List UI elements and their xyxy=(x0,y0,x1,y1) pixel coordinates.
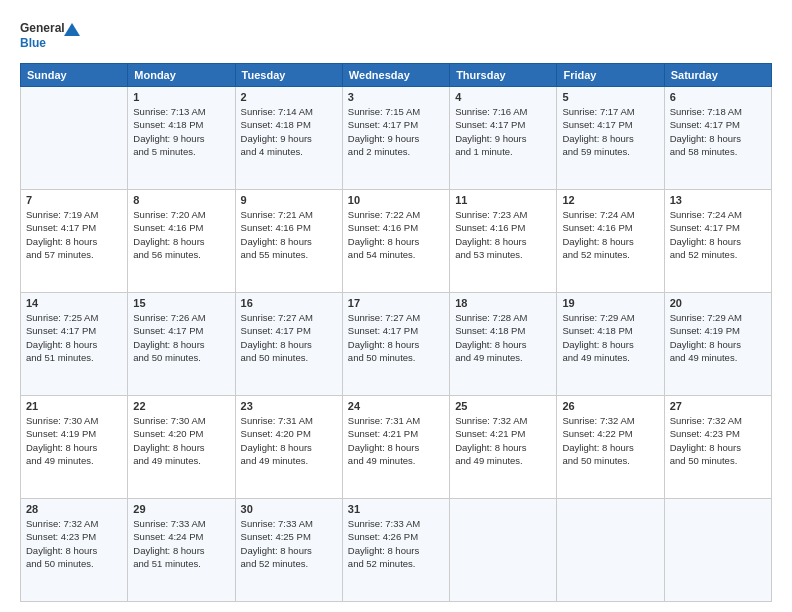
day-number: 14 xyxy=(26,297,122,309)
calendar-cell: 24Sunrise: 7:31 AMSunset: 4:21 PMDayligh… xyxy=(342,396,449,499)
weekday-header-wednesday: Wednesday xyxy=(342,64,449,87)
calendar-cell xyxy=(21,87,128,190)
day-number: 23 xyxy=(241,400,337,412)
logo: General Blue xyxy=(20,18,80,53)
day-number: 9 xyxy=(241,194,337,206)
day-info: Sunrise: 7:18 AMSunset: 4:17 PMDaylight:… xyxy=(670,105,766,158)
calendar-cell: 3Sunrise: 7:15 AMSunset: 4:17 PMDaylight… xyxy=(342,87,449,190)
svg-text:General: General xyxy=(20,21,65,35)
day-info: Sunrise: 7:25 AMSunset: 4:17 PMDaylight:… xyxy=(26,311,122,364)
day-info: Sunrise: 7:17 AMSunset: 4:17 PMDaylight:… xyxy=(562,105,658,158)
calendar-cell: 6Sunrise: 7:18 AMSunset: 4:17 PMDaylight… xyxy=(664,87,771,190)
calendar-cell: 20Sunrise: 7:29 AMSunset: 4:19 PMDayligh… xyxy=(664,293,771,396)
calendar-cell: 18Sunrise: 7:28 AMSunset: 4:18 PMDayligh… xyxy=(450,293,557,396)
day-number: 18 xyxy=(455,297,551,309)
day-info: Sunrise: 7:33 AMSunset: 4:25 PMDaylight:… xyxy=(241,517,337,570)
page: General Blue SundayMondayTuesdayWednesda… xyxy=(0,0,792,612)
calendar-cell: 26Sunrise: 7:32 AMSunset: 4:22 PMDayligh… xyxy=(557,396,664,499)
calendar-week-3: 14Sunrise: 7:25 AMSunset: 4:17 PMDayligh… xyxy=(21,293,772,396)
day-number: 22 xyxy=(133,400,229,412)
calendar-cell: 2Sunrise: 7:14 AMSunset: 4:18 PMDaylight… xyxy=(235,87,342,190)
calendar-cell: 13Sunrise: 7:24 AMSunset: 4:17 PMDayligh… xyxy=(664,190,771,293)
calendar-cell xyxy=(664,499,771,602)
day-number: 26 xyxy=(562,400,658,412)
weekday-header-monday: Monday xyxy=(128,64,235,87)
day-info: Sunrise: 7:26 AMSunset: 4:17 PMDaylight:… xyxy=(133,311,229,364)
calendar-cell: 17Sunrise: 7:27 AMSunset: 4:17 PMDayligh… xyxy=(342,293,449,396)
header: General Blue xyxy=(20,18,772,53)
day-info: Sunrise: 7:16 AMSunset: 4:17 PMDaylight:… xyxy=(455,105,551,158)
calendar-cell: 22Sunrise: 7:30 AMSunset: 4:20 PMDayligh… xyxy=(128,396,235,499)
calendar-cell: 21Sunrise: 7:30 AMSunset: 4:19 PMDayligh… xyxy=(21,396,128,499)
day-info: Sunrise: 7:22 AMSunset: 4:16 PMDaylight:… xyxy=(348,208,444,261)
day-number: 25 xyxy=(455,400,551,412)
day-info: Sunrise: 7:20 AMSunset: 4:16 PMDaylight:… xyxy=(133,208,229,261)
day-info: Sunrise: 7:32 AMSunset: 4:21 PMDaylight:… xyxy=(455,414,551,467)
day-number: 31 xyxy=(348,503,444,515)
calendar-cell: 19Sunrise: 7:29 AMSunset: 4:18 PMDayligh… xyxy=(557,293,664,396)
day-info: Sunrise: 7:29 AMSunset: 4:18 PMDaylight:… xyxy=(562,311,658,364)
day-info: Sunrise: 7:33 AMSunset: 4:26 PMDaylight:… xyxy=(348,517,444,570)
weekday-header-tuesday: Tuesday xyxy=(235,64,342,87)
calendar-week-5: 28Sunrise: 7:32 AMSunset: 4:23 PMDayligh… xyxy=(21,499,772,602)
day-number: 15 xyxy=(133,297,229,309)
day-info: Sunrise: 7:13 AMSunset: 4:18 PMDaylight:… xyxy=(133,105,229,158)
day-number: 27 xyxy=(670,400,766,412)
day-info: Sunrise: 7:30 AMSunset: 4:19 PMDaylight:… xyxy=(26,414,122,467)
day-info: Sunrise: 7:33 AMSunset: 4:24 PMDaylight:… xyxy=(133,517,229,570)
calendar-cell: 10Sunrise: 7:22 AMSunset: 4:16 PMDayligh… xyxy=(342,190,449,293)
logo-svg: General Blue xyxy=(20,18,80,53)
calendar-cell: 15Sunrise: 7:26 AMSunset: 4:17 PMDayligh… xyxy=(128,293,235,396)
day-number: 24 xyxy=(348,400,444,412)
calendar-cell: 11Sunrise: 7:23 AMSunset: 4:16 PMDayligh… xyxy=(450,190,557,293)
weekday-header-friday: Friday xyxy=(557,64,664,87)
day-info: Sunrise: 7:31 AMSunset: 4:21 PMDaylight:… xyxy=(348,414,444,467)
calendar-week-2: 7Sunrise: 7:19 AMSunset: 4:17 PMDaylight… xyxy=(21,190,772,293)
day-info: Sunrise: 7:32 AMSunset: 4:23 PMDaylight:… xyxy=(670,414,766,467)
calendar-cell: 28Sunrise: 7:32 AMSunset: 4:23 PMDayligh… xyxy=(21,499,128,602)
calendar-cell: 1Sunrise: 7:13 AMSunset: 4:18 PMDaylight… xyxy=(128,87,235,190)
calendar-cell: 8Sunrise: 7:20 AMSunset: 4:16 PMDaylight… xyxy=(128,190,235,293)
day-number: 20 xyxy=(670,297,766,309)
day-info: Sunrise: 7:24 AMSunset: 4:17 PMDaylight:… xyxy=(670,208,766,261)
day-number: 2 xyxy=(241,91,337,103)
day-number: 12 xyxy=(562,194,658,206)
day-number: 1 xyxy=(133,91,229,103)
day-number: 10 xyxy=(348,194,444,206)
day-info: Sunrise: 7:32 AMSunset: 4:23 PMDaylight:… xyxy=(26,517,122,570)
day-number: 16 xyxy=(241,297,337,309)
day-info: Sunrise: 7:21 AMSunset: 4:16 PMDaylight:… xyxy=(241,208,337,261)
day-info: Sunrise: 7:24 AMSunset: 4:16 PMDaylight:… xyxy=(562,208,658,261)
day-number: 11 xyxy=(455,194,551,206)
day-info: Sunrise: 7:14 AMSunset: 4:18 PMDaylight:… xyxy=(241,105,337,158)
calendar-cell: 16Sunrise: 7:27 AMSunset: 4:17 PMDayligh… xyxy=(235,293,342,396)
calendar-cell xyxy=(450,499,557,602)
day-number: 21 xyxy=(26,400,122,412)
calendar-cell: 12Sunrise: 7:24 AMSunset: 4:16 PMDayligh… xyxy=(557,190,664,293)
calendar-cell: 4Sunrise: 7:16 AMSunset: 4:17 PMDaylight… xyxy=(450,87,557,190)
day-info: Sunrise: 7:32 AMSunset: 4:22 PMDaylight:… xyxy=(562,414,658,467)
calendar-cell: 9Sunrise: 7:21 AMSunset: 4:16 PMDaylight… xyxy=(235,190,342,293)
day-number: 6 xyxy=(670,91,766,103)
calendar-week-1: 1Sunrise: 7:13 AMSunset: 4:18 PMDaylight… xyxy=(21,87,772,190)
day-number: 3 xyxy=(348,91,444,103)
day-number: 29 xyxy=(133,503,229,515)
svg-marker-2 xyxy=(64,23,80,36)
day-number: 8 xyxy=(133,194,229,206)
weekday-header-sunday: Sunday xyxy=(21,64,128,87)
day-info: Sunrise: 7:28 AMSunset: 4:18 PMDaylight:… xyxy=(455,311,551,364)
calendar-cell: 25Sunrise: 7:32 AMSunset: 4:21 PMDayligh… xyxy=(450,396,557,499)
calendar-cell: 7Sunrise: 7:19 AMSunset: 4:17 PMDaylight… xyxy=(21,190,128,293)
day-info: Sunrise: 7:29 AMSunset: 4:19 PMDaylight:… xyxy=(670,311,766,364)
calendar-cell: 23Sunrise: 7:31 AMSunset: 4:20 PMDayligh… xyxy=(235,396,342,499)
day-info: Sunrise: 7:27 AMSunset: 4:17 PMDaylight:… xyxy=(241,311,337,364)
calendar-cell xyxy=(557,499,664,602)
day-number: 13 xyxy=(670,194,766,206)
calendar-week-4: 21Sunrise: 7:30 AMSunset: 4:19 PMDayligh… xyxy=(21,396,772,499)
weekday-header-saturday: Saturday xyxy=(664,64,771,87)
calendar-header-row: SundayMondayTuesdayWednesdayThursdayFrid… xyxy=(21,64,772,87)
calendar-cell: 27Sunrise: 7:32 AMSunset: 4:23 PMDayligh… xyxy=(664,396,771,499)
calendar-table: SundayMondayTuesdayWednesdayThursdayFrid… xyxy=(20,63,772,602)
day-number: 30 xyxy=(241,503,337,515)
day-number: 19 xyxy=(562,297,658,309)
